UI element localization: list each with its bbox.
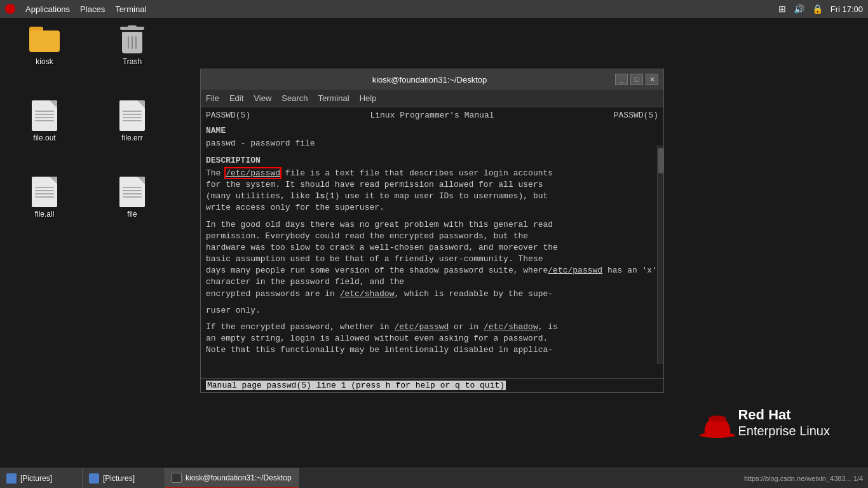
file-line-f-2 <box>123 190 142 191</box>
etc-shadow-link-2[interactable]: /etc/shadow <box>484 322 538 332</box>
file-corner-err <box>137 100 145 108</box>
terminal-window: kiosk@foundation31:~/Desktop _ □ ✕ File … <box>200 69 664 393</box>
close-button[interactable]: ✕ <box>646 74 658 85</box>
menu-search[interactable]: Search <box>281 93 308 103</box>
file-line-all-4 <box>35 196 54 198</box>
desktop-icon-file-all[interactable]: file.all <box>19 177 70 219</box>
file-shape-err <box>119 100 145 131</box>
network-icon: ⊞ <box>778 4 786 14</box>
menu-terminal[interactable]: Terminal <box>318 93 349 103</box>
taskbar-label-pictures2: [Pictures] <box>103 474 135 483</box>
para2-text-5: days many people run some version of the… <box>206 266 548 275</box>
redhat-text: Red Hat Enterprise Linux <box>738 407 830 438</box>
trash-shape <box>121 25 144 53</box>
desktop-icon-file-out[interactable]: file.out <box>19 100 70 142</box>
desc-line-1: The /etc/passwd file is a text file that… <box>206 168 658 179</box>
file-line-all-1 <box>35 187 54 188</box>
para3-line2: an empty string, login is allowed withou… <box>206 333 658 344</box>
file-corner-all <box>50 177 57 184</box>
redhat-name: Red Hat <box>738 407 830 423</box>
menu-edit[interactable]: Edit <box>229 93 243 103</box>
top-bar-right: ⊞ 🔊 🔒 Fri 17:00 <box>778 4 863 14</box>
menu-help[interactable]: Help <box>360 93 377 103</box>
taskbar-item-terminal[interactable]: kiosk@foundation31:~/Desktop <box>165 468 299 489</box>
name-section: NAME <box>206 125 658 137</box>
para2-line3: hardware was too slow to crack a well-ch… <box>206 242 658 254</box>
taskbar-right-text: https://blog.csdn.ne/weixin_4383... 1/4 <box>744 475 868 482</box>
taskbar-item-pictures2[interactable]: [Pictures] <box>83 468 165 489</box>
para3-text-1b: or in <box>449 322 484 332</box>
etc-passwd-link-highlighted[interactable]: /etc/passwd <box>226 168 280 178</box>
applications-menu[interactable]: Applications <box>25 4 70 14</box>
file-line-all-3 <box>35 193 54 194</box>
para2-line5: days many people run some version of the… <box>206 265 658 288</box>
file-line-f-3 <box>123 193 142 194</box>
menu-view[interactable]: View <box>254 93 271 103</box>
file-err-label: file.err <box>121 133 142 142</box>
para2-text-7: encrypted passwords are in <box>206 289 340 299</box>
folder-body <box>29 30 60 52</box>
terminal-scrollbar-thumb[interactable] <box>658 148 663 173</box>
status-text: Manual page passwd(5) line 1 (press h fo… <box>206 381 506 390</box>
terminal-statusbar: Manual page passwd(5) line 1 (press h fo… <box>201 378 663 392</box>
terminal-menu-top[interactable]: Terminal <box>115 4 146 14</box>
file-line-err-3 <box>123 117 142 118</box>
file-shape-f <box>119 177 145 207</box>
man-header-left: PASSWD(5) <box>206 110 250 121</box>
desc-text-3b: (1) use it to map user IDs to usernames)… <box>325 191 548 201</box>
places-menu[interactable]: Places <box>80 4 105 14</box>
etc-shadow-link[interactable]: /etc/shadow <box>340 289 395 299</box>
trash-handle <box>128 25 137 28</box>
desktop-icon-kiosk[interactable]: kiosk <box>19 24 70 66</box>
file-out-img <box>29 100 60 131</box>
file-line-all-2 <box>35 190 54 191</box>
file-shape <box>32 100 57 131</box>
file-err-img <box>117 100 147 131</box>
file-line-f-1 <box>123 187 142 188</box>
menu-file[interactable]: File <box>206 93 219 103</box>
desc-text-3: (many utilities, like <box>206 191 315 201</box>
top-bar-left: Applications Places Terminal <box>5 4 146 14</box>
para2-line2: permission. Everybody could read the enc… <box>206 231 658 242</box>
taskbar-icon-pictures1 <box>6 473 17 484</box>
clock: Fri 17:00 <box>831 4 863 14</box>
file-corner-f <box>137 177 145 184</box>
para3-text-1: If the encrypted password, whether in <box>206 322 394 332</box>
minimize-button[interactable]: _ <box>615 74 628 85</box>
maximize-button[interactable]: □ <box>630 74 643 85</box>
redhat-icon <box>5 4 15 14</box>
desc-section: DESCRIPTION <box>206 155 658 166</box>
file-lines <box>35 111 54 123</box>
desktop-icon-trash[interactable]: Trash <box>107 24 158 66</box>
para3-line3: Note that this functionality may be inte… <box>206 344 658 356</box>
para3-line1: If the encrypted password, whether in /e… <box>206 322 658 333</box>
terminal-content[interactable]: PASSWD(5) Linux Programmer's Manual PASS… <box>201 107 663 378</box>
file-line-err-1 <box>123 111 142 112</box>
file-line-4 <box>35 120 54 121</box>
taskbar-label-pictures1: [Pictures] <box>20 474 52 483</box>
file-line-f-4 <box>123 196 142 198</box>
man-header-center: Linux Programmer's Manual <box>370 110 494 121</box>
desc-text-1b: file is a text file that describes user … <box>280 168 553 178</box>
file-lines-err <box>123 111 142 123</box>
etc-passwd-link-2[interactable]: /etc/passwd <box>548 266 602 275</box>
file-lines-f <box>123 187 142 200</box>
terminal-menubar: File Edit View Search Terminal Help <box>201 90 663 107</box>
trash-body <box>122 32 142 53</box>
trash-label: Trash <box>123 57 142 66</box>
file-img <box>117 177 147 207</box>
desc-line-4: write access only for the superuser. <box>206 202 658 214</box>
file-label: file <box>127 210 137 219</box>
taskbar-icon-pictures2 <box>89 473 99 484</box>
taskbar-item-pictures1[interactable]: [Pictures] <box>0 468 83 489</box>
terminal-scrollbar[interactable] <box>657 146 663 364</box>
file-line-2 <box>35 114 54 115</box>
desktop-icon-file-err[interactable]: file.err <box>107 100 158 142</box>
svg-point-1 <box>709 416 726 422</box>
etc-passwd-link-3[interactable]: /etc/passwd <box>394 322 449 332</box>
desktop-icon-file[interactable]: file <box>107 177 158 219</box>
para2-line7: encrypted passwords are in /etc/shadow, … <box>206 288 658 300</box>
trash-line-3 <box>135 36 137 49</box>
man-header-right: PASSWD(5) <box>614 110 658 121</box>
file-shape-all <box>32 177 57 207</box>
